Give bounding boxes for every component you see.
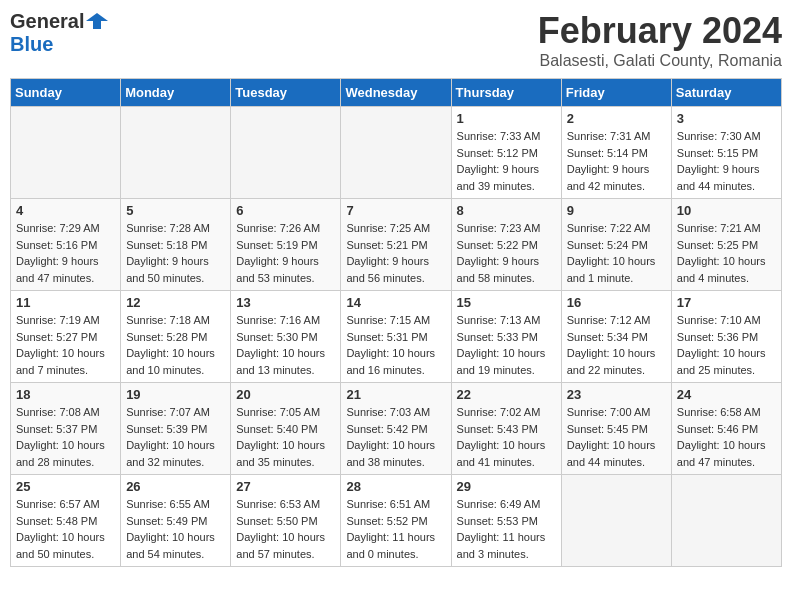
calendar-week-3: 11Sunrise: 7:19 AMSunset: 5:27 PMDayligh… (11, 291, 782, 383)
title-block: February 2024 Balasesti, Galati County, … (538, 10, 782, 70)
col-saturday: Saturday (671, 79, 781, 107)
day-number: 22 (457, 387, 556, 402)
table-row: 2Sunrise: 7:31 AMSunset: 5:14 PMDaylight… (561, 107, 671, 199)
day-info: Sunrise: 6:55 AMSunset: 5:49 PMDaylight:… (126, 496, 225, 562)
table-row: 5Sunrise: 7:28 AMSunset: 5:18 PMDaylight… (121, 199, 231, 291)
day-number: 17 (677, 295, 776, 310)
table-row: 24Sunrise: 6:58 AMSunset: 5:46 PMDayligh… (671, 383, 781, 475)
calendar-week-4: 18Sunrise: 7:08 AMSunset: 5:37 PMDayligh… (11, 383, 782, 475)
table-row: 26Sunrise: 6:55 AMSunset: 5:49 PMDayligh… (121, 475, 231, 567)
calendar-week-5: 25Sunrise: 6:57 AMSunset: 5:48 PMDayligh… (11, 475, 782, 567)
day-number: 19 (126, 387, 225, 402)
table-row: 27Sunrise: 6:53 AMSunset: 5:50 PMDayligh… (231, 475, 341, 567)
day-number: 12 (126, 295, 225, 310)
table-row: 9Sunrise: 7:22 AMSunset: 5:24 PMDaylight… (561, 199, 671, 291)
day-number: 3 (677, 111, 776, 126)
day-info: Sunrise: 7:02 AMSunset: 5:43 PMDaylight:… (457, 404, 556, 470)
table-row: 11Sunrise: 7:19 AMSunset: 5:27 PMDayligh… (11, 291, 121, 383)
table-row: 8Sunrise: 7:23 AMSunset: 5:22 PMDaylight… (451, 199, 561, 291)
day-number: 18 (16, 387, 115, 402)
table-row: 29Sunrise: 6:49 AMSunset: 5:53 PMDayligh… (451, 475, 561, 567)
table-row: 12Sunrise: 7:18 AMSunset: 5:28 PMDayligh… (121, 291, 231, 383)
day-number: 6 (236, 203, 335, 218)
table-row (671, 475, 781, 567)
table-row: 3Sunrise: 7:30 AMSunset: 5:15 PMDaylight… (671, 107, 781, 199)
table-row: 21Sunrise: 7:03 AMSunset: 5:42 PMDayligh… (341, 383, 451, 475)
day-info: Sunrise: 7:18 AMSunset: 5:28 PMDaylight:… (126, 312, 225, 378)
day-info: Sunrise: 7:05 AMSunset: 5:40 PMDaylight:… (236, 404, 335, 470)
day-number: 1 (457, 111, 556, 126)
table-row: 14Sunrise: 7:15 AMSunset: 5:31 PMDayligh… (341, 291, 451, 383)
table-row (11, 107, 121, 199)
svg-marker-0 (86, 13, 108, 29)
day-info: Sunrise: 7:03 AMSunset: 5:42 PMDaylight:… (346, 404, 445, 470)
table-row: 13Sunrise: 7:16 AMSunset: 5:30 PMDayligh… (231, 291, 341, 383)
day-info: Sunrise: 7:29 AMSunset: 5:16 PMDaylight:… (16, 220, 115, 286)
day-number: 14 (346, 295, 445, 310)
table-row (341, 107, 451, 199)
day-number: 8 (457, 203, 556, 218)
day-info: Sunrise: 7:10 AMSunset: 5:36 PMDaylight:… (677, 312, 776, 378)
logo-general-text: General (10, 10, 84, 33)
table-row: 17Sunrise: 7:10 AMSunset: 5:36 PMDayligh… (671, 291, 781, 383)
day-info: Sunrise: 6:49 AMSunset: 5:53 PMDaylight:… (457, 496, 556, 562)
day-number: 10 (677, 203, 776, 218)
table-row: 22Sunrise: 7:02 AMSunset: 5:43 PMDayligh… (451, 383, 561, 475)
day-info: Sunrise: 7:26 AMSunset: 5:19 PMDaylight:… (236, 220, 335, 286)
day-info: Sunrise: 7:19 AMSunset: 5:27 PMDaylight:… (16, 312, 115, 378)
day-number: 7 (346, 203, 445, 218)
day-number: 29 (457, 479, 556, 494)
day-number: 24 (677, 387, 776, 402)
page-header: General Blue February 2024 Balasesti, Ga… (10, 10, 782, 70)
day-number: 5 (126, 203, 225, 218)
table-row: 10Sunrise: 7:21 AMSunset: 5:25 PMDayligh… (671, 199, 781, 291)
day-info: Sunrise: 7:22 AMSunset: 5:24 PMDaylight:… (567, 220, 666, 286)
table-row (121, 107, 231, 199)
table-row: 16Sunrise: 7:12 AMSunset: 5:34 PMDayligh… (561, 291, 671, 383)
table-row: 20Sunrise: 7:05 AMSunset: 5:40 PMDayligh… (231, 383, 341, 475)
day-number: 27 (236, 479, 335, 494)
day-info: Sunrise: 7:00 AMSunset: 5:45 PMDaylight:… (567, 404, 666, 470)
day-info: Sunrise: 7:15 AMSunset: 5:31 PMDaylight:… (346, 312, 445, 378)
day-number: 28 (346, 479, 445, 494)
table-row: 23Sunrise: 7:00 AMSunset: 5:45 PMDayligh… (561, 383, 671, 475)
table-row: 28Sunrise: 6:51 AMSunset: 5:52 PMDayligh… (341, 475, 451, 567)
day-info: Sunrise: 6:58 AMSunset: 5:46 PMDaylight:… (677, 404, 776, 470)
day-number: 21 (346, 387, 445, 402)
calendar-week-1: 1Sunrise: 7:33 AMSunset: 5:12 PMDaylight… (11, 107, 782, 199)
day-info: Sunrise: 7:12 AMSunset: 5:34 PMDaylight:… (567, 312, 666, 378)
day-number: 16 (567, 295, 666, 310)
table-row: 25Sunrise: 6:57 AMSunset: 5:48 PMDayligh… (11, 475, 121, 567)
day-number: 2 (567, 111, 666, 126)
day-info: Sunrise: 7:07 AMSunset: 5:39 PMDaylight:… (126, 404, 225, 470)
day-number: 9 (567, 203, 666, 218)
table-row: 1Sunrise: 7:33 AMSunset: 5:12 PMDaylight… (451, 107, 561, 199)
day-info: Sunrise: 7:08 AMSunset: 5:37 PMDaylight:… (16, 404, 115, 470)
month-title: February 2024 (538, 10, 782, 52)
day-info: Sunrise: 6:51 AMSunset: 5:52 PMDaylight:… (346, 496, 445, 562)
day-number: 23 (567, 387, 666, 402)
day-number: 15 (457, 295, 556, 310)
table-row: 15Sunrise: 7:13 AMSunset: 5:33 PMDayligh… (451, 291, 561, 383)
day-number: 20 (236, 387, 335, 402)
day-info: Sunrise: 7:28 AMSunset: 5:18 PMDaylight:… (126, 220, 225, 286)
col-friday: Friday (561, 79, 671, 107)
calendar-week-2: 4Sunrise: 7:29 AMSunset: 5:16 PMDaylight… (11, 199, 782, 291)
col-sunday: Sunday (11, 79, 121, 107)
logo-bird-icon (86, 11, 108, 33)
day-info: Sunrise: 7:13 AMSunset: 5:33 PMDaylight:… (457, 312, 556, 378)
day-number: 25 (16, 479, 115, 494)
day-info: Sunrise: 7:30 AMSunset: 5:15 PMDaylight:… (677, 128, 776, 194)
logo-blue-text: Blue (10, 33, 53, 55)
table-row (231, 107, 341, 199)
calendar-header-row: Sunday Monday Tuesday Wednesday Thursday… (11, 79, 782, 107)
table-row: 18Sunrise: 7:08 AMSunset: 5:37 PMDayligh… (11, 383, 121, 475)
day-info: Sunrise: 7:23 AMSunset: 5:22 PMDaylight:… (457, 220, 556, 286)
day-info: Sunrise: 7:25 AMSunset: 5:21 PMDaylight:… (346, 220, 445, 286)
col-thursday: Thursday (451, 79, 561, 107)
table-row: 6Sunrise: 7:26 AMSunset: 5:19 PMDaylight… (231, 199, 341, 291)
day-number: 11 (16, 295, 115, 310)
table-row (561, 475, 671, 567)
location-text: Balasesti, Galati County, Romania (538, 52, 782, 70)
day-number: 26 (126, 479, 225, 494)
